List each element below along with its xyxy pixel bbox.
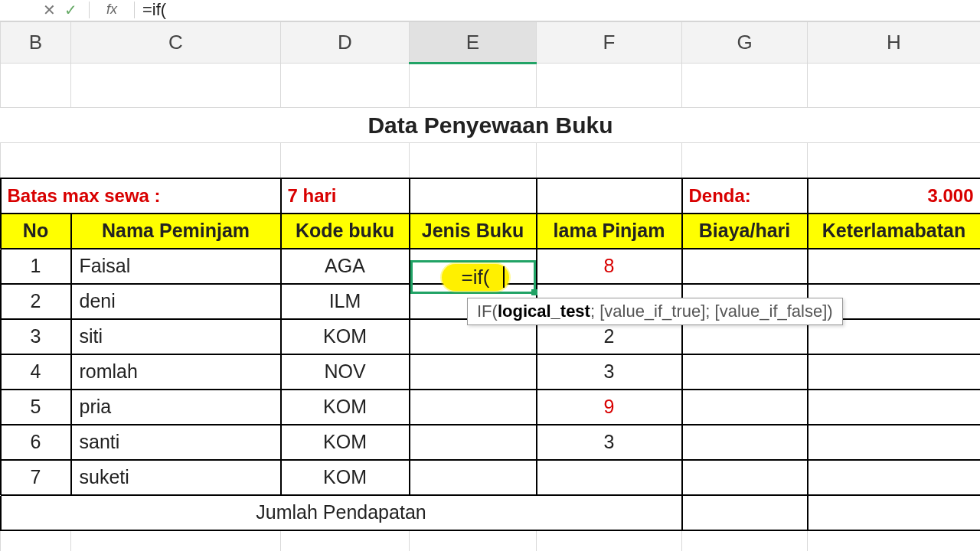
hdr-jenis: Jenis Buku	[410, 214, 537, 249]
cell-jenis[interactable]	[410, 390, 537, 425]
spacer-row[interactable]	[1, 143, 981, 178]
table-row[interactable]: 4romlahNOV3	[1, 354, 981, 390]
col-header-G[interactable]: G	[682, 22, 808, 64]
cell-biaya[interactable]	[682, 460, 808, 495]
table-row[interactable]: 5priaKOM9	[1, 390, 981, 425]
tooltip-fn: IF	[477, 302, 492, 321]
cell-biaya[interactable]	[682, 354, 808, 390]
cell-no[interactable]: 5	[1, 390, 71, 425]
divider	[89, 2, 90, 18]
cell-no[interactable]: 3	[1, 319, 71, 354]
cell-telat[interactable]	[808, 460, 981, 495]
fx-icon[interactable]: fx	[97, 2, 126, 18]
hdr-telat: Keterlamabatan	[808, 214, 981, 249]
footer-label: Jumlah Pendapatan	[1, 495, 682, 530]
cell-lama[interactable]: 3	[537, 425, 682, 460]
tooltip-arg-bold: logical_test	[498, 302, 590, 321]
cell-no[interactable]: 6	[1, 425, 71, 460]
cell-biaya[interactable]	[682, 425, 808, 460]
trailing-row[interactable]	[1, 530, 981, 552]
cell-no[interactable]: 4	[1, 354, 71, 390]
sheet-title: Data Penyewaan Buku	[1, 108, 981, 143]
column-headers[interactable]: B C D E F G H	[1, 22, 981, 64]
hdr-biaya: Biaya/hari	[682, 214, 808, 249]
title-row: Data Penyewaan Buku	[1, 108, 981, 143]
tooltip-rest: ; [value_if_true]; [value_if_false])	[590, 302, 833, 321]
cell-kode[interactable]: KOM	[281, 460, 410, 495]
fill-handle[interactable]	[531, 289, 537, 295]
cell-kode[interactable]: ILM	[281, 284, 410, 319]
denda-value: 3.000	[808, 178, 981, 214]
hdr-nama: Nama Peminjam	[71, 214, 281, 249]
col-header-D[interactable]: D	[281, 22, 410, 64]
cell-kode[interactable]: KOM	[281, 390, 410, 425]
cell-lama[interactable]: 9	[537, 390, 682, 425]
active-cell-edit[interactable]: =if(	[410, 260, 536, 294]
formula-bar: ✕ ✓ fx =if(	[0, 0, 980, 21]
cell-kode[interactable]: NOV	[281, 354, 410, 390]
cell-lama[interactable]: 3	[537, 354, 682, 390]
function-tooltip: IF(logical_test; [value_if_true]; [value…	[467, 298, 843, 325]
cell-kode[interactable]: KOM	[281, 319, 410, 354]
notice-row: Batas max sewa : 7 hari Denda: 3.000	[1, 178, 981, 214]
editing-text[interactable]: =if(	[442, 264, 510, 291]
cell-jenis[interactable]	[410, 460, 537, 495]
cell-nama[interactable]: siti	[71, 319, 281, 354]
divider	[134, 2, 135, 18]
cell-nama[interactable]: santi	[71, 425, 281, 460]
cell-no[interactable]: 7	[1, 460, 71, 495]
cell-nama[interactable]: romlah	[71, 354, 281, 390]
col-header-H[interactable]: H	[808, 22, 981, 64]
cell-biaya[interactable]	[682, 249, 808, 284]
cell-lama[interactable]: 8	[537, 249, 682, 284]
denda-label: Denda:	[682, 178, 808, 214]
cell-biaya[interactable]	[682, 390, 808, 425]
formula-text[interactable]: =if(	[142, 0, 166, 20]
col-header-B[interactable]: B	[1, 22, 71, 64]
cell-lama[interactable]	[537, 460, 682, 495]
col-header-C[interactable]: C	[71, 22, 281, 64]
table-header-row: No Nama Peminjam Kode buku Jenis Buku la…	[1, 214, 981, 249]
accept-icon[interactable]: ✓	[60, 1, 81, 19]
cell-nama[interactable]: deni	[71, 284, 281, 319]
text-cursor	[503, 266, 505, 288]
col-header-F[interactable]: F	[537, 22, 682, 64]
cell-nama[interactable]: suketi	[71, 460, 281, 495]
blank-row[interactable]	[1, 64, 981, 108]
hdr-no: No	[1, 214, 71, 249]
table-row[interactable]: 6santiKOM3	[1, 425, 981, 460]
max-sewa-value: 7 hari	[281, 178, 410, 214]
cell-kode[interactable]: KOM	[281, 425, 410, 460]
cell-no[interactable]: 2	[1, 284, 71, 319]
cell-telat[interactable]	[808, 354, 981, 390]
hdr-kode: Kode buku	[281, 214, 410, 249]
hdr-lama: lama Pinjam	[537, 214, 682, 249]
col-header-E[interactable]: E	[410, 22, 537, 64]
cancel-icon[interactable]: ✕	[38, 1, 60, 19]
max-sewa-label: Batas max sewa :	[1, 178, 281, 214]
cell-nama[interactable]: pria	[71, 390, 281, 425]
cell-no[interactable]: 1	[1, 249, 71, 284]
cell-telat[interactable]	[808, 249, 981, 284]
cell-nama[interactable]: Faisal	[71, 249, 281, 284]
table-row[interactable]: 7suketiKOM	[1, 460, 981, 495]
cell-jenis[interactable]	[410, 354, 537, 390]
cell-telat[interactable]	[808, 425, 981, 460]
footer-row: Jumlah Pendapatan	[1, 495, 981, 530]
cell-jenis[interactable]	[410, 425, 537, 460]
cell-kode[interactable]: AGA	[281, 249, 410, 284]
cell-telat[interactable]	[808, 390, 981, 425]
